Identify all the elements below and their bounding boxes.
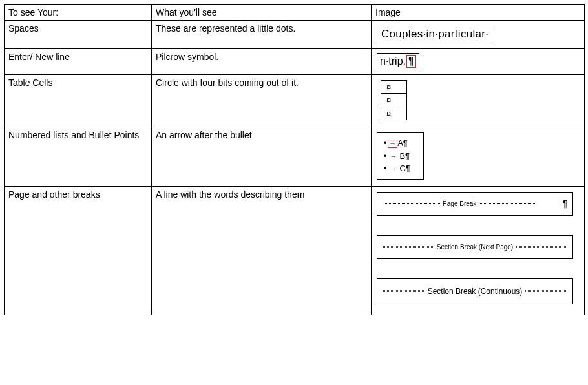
row-bullets-name: Numbered lists and Bullet Points [5,127,152,187]
break-rule [383,290,425,292]
table-row: Table Cells Circle with four bits coming… [5,74,585,127]
row-tablecells-image: ¤ ¤ ¤ [372,74,585,127]
break-rule [525,290,567,292]
row-enter-name: Enter/ New line [5,49,152,75]
page-break-label: Page Break [440,200,479,207]
section-break-cont-label: Section Break (Continuous) [425,287,525,296]
row-enter-desc: Pilcrow symbol. [152,49,372,75]
bullet-line-b: • → B¶ [384,150,410,163]
page-break-line: Page Break ¶ [383,200,567,207]
bullet-line-a: •→A¶ [384,137,410,150]
section-break-cont-sample: Section Break (Continuous) [377,278,573,304]
row-bullets-image: •→A¶ • → B¶ • → C¶ [372,127,585,187]
bullet-dot-icon: • [384,152,386,161]
row-tablecells-name: Table Cells [5,74,152,127]
row-bullets-desc: An arrow after the bullet [152,127,372,187]
bullet-text-b: B¶ [399,151,410,161]
table-cell-mark: ¤ [381,107,406,120]
row-breaks-desc: A line with the words describing them [152,186,372,315]
table-row: Enter/ New line Pilcrow symbol. n·trip.¶ [5,49,585,75]
bullet-arrow-icon: → [390,152,397,160]
table-cell-mark: ¤ [381,81,406,94]
formatting-marks-table: To see Your: What you'll see Image Space… [4,4,585,315]
break-rule [479,203,536,204]
row-tablecells-desc: Circle with four bits coming out of it. [152,74,372,127]
bullet-text-a: A¶ [397,138,408,148]
pilcrow-sample-box: n·trip.¶ [377,53,419,70]
table-row: Spaces These are represented a little do… [5,21,585,49]
row-spaces-name: Spaces [5,21,152,49]
table-row: Page and other breaks A line with the wo… [5,186,585,315]
section-break-next-sample: Section Break (Next Page) [377,235,573,259]
table-cell-mark: ¤ [381,94,406,107]
table-row: Numbered lists and Bullet Points An arro… [5,127,585,187]
section-break-next-line: Section Break (Next Page) [383,244,567,251]
header-col3: Image [372,5,585,21]
pilcrow-pre-text: n·trip. [380,56,406,67]
table-cell-sample-box: ¤ ¤ ¤ [381,80,407,121]
break-rule [516,246,567,248]
header-col1: To see Your: [5,5,152,21]
breaks-wrapper: Page Break ¶ Section Break (Next Page) [375,189,580,312]
bullet-text-c: C¶ [399,163,410,173]
row-spaces-image: Couples·in·particular· [372,21,585,49]
row-breaks-name: Page and other breaks [5,186,152,315]
page-break-sample: Page Break ¶ [377,192,573,216]
bullet-arrow-icon: → [390,165,397,172]
bullet-dot-icon: • [384,139,386,148]
bullet-line-c: • → C¶ [384,162,410,175]
header-col2: What you'll see [152,5,372,21]
bullet-arrow-highlight: → [388,140,397,148]
section-break-next-label: Section Break (Next Page) [434,244,516,251]
bullet-dot-icon: • [384,164,386,173]
row-enter-image: n·trip.¶ [372,49,585,75]
row-spaces-desc: These are represented a little dots. [152,21,372,49]
section-break-cont-line: Section Break (Continuous) [383,287,567,296]
break-rule [383,203,440,204]
break-rule [383,246,434,248]
spaces-sample-box: Couples·in·particular· [377,26,494,43]
table-header-row: To see Your: What you'll see Image [5,5,585,21]
pilcrow-mark-highlight: ¶ [406,55,416,68]
bullets-sample-box: •→A¶ • → B¶ • → C¶ [377,132,424,180]
row-breaks-image: Page Break ¶ Section Break (Next Page) [372,186,585,315]
